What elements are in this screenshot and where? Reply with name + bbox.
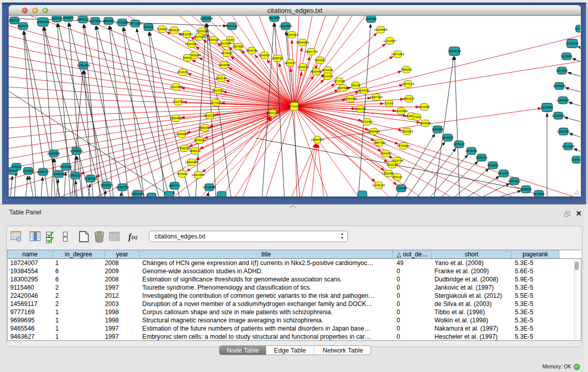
svg-text:391547: 391547 [9,169,17,172]
svg-text:1527602: 1527602 [90,19,101,23]
svg-text:1610755: 1610755 [172,100,184,103]
svg-text:1167534: 1167534 [571,158,580,161]
svg-text:10688609: 10688609 [367,130,380,133]
svg-text:17016504: 17016504 [561,145,574,148]
svg-text:1065532: 1065532 [51,17,62,20]
svg-text:10719155: 10719155 [116,21,128,24]
svg-text:15226058: 15226058 [195,30,208,33]
svg-text:10973403: 10973403 [391,53,404,56]
svg-text:16543392: 16543392 [185,42,198,46]
svg-text:13716485: 13716485 [203,186,215,189]
svg-text:7584: 7584 [414,116,421,119]
svg-text:16154808: 16154808 [374,28,387,31]
svg-text:13325419: 13325419 [285,33,298,36]
svg-text:14136141: 14136141 [372,184,385,187]
svg-text:3624554: 3624554 [358,89,369,92]
svg-text:18724007: 18724007 [288,105,300,108]
svg-text:15720407: 15720407 [360,120,373,123]
svg-text:10958117: 10958117 [100,184,113,187]
svg-text:12444159: 12444159 [556,99,569,102]
svg-text:13524851: 13524851 [382,172,395,175]
svg-text:8938923: 8938923 [442,136,453,139]
svg-text:12975115: 12975115 [402,82,415,85]
svg-text:8267130: 8267130 [204,114,215,117]
svg-text:6794028: 6794028 [322,69,333,72]
svg-text:1640954: 1640954 [432,128,443,131]
svg-text:19218506: 19218506 [279,25,292,28]
svg-text:4498222: 4498222 [189,149,201,152]
svg-text:12093872: 12093872 [553,84,565,87]
svg-text:10807487: 10807487 [369,96,382,99]
svg-text:16033809: 16033809 [200,17,212,20]
svg-text:9827500: 9827500 [193,35,205,38]
svg-text:19654985: 19654985 [169,117,182,120]
svg-text:8878334: 8878334 [194,139,205,142]
svg-text:9084067: 9084067 [380,152,391,155]
svg-text:7485003: 7485003 [401,68,412,71]
svg-text:(x): (x) [132,234,138,240]
svg-text:17359938: 17359938 [70,149,82,152]
svg-text:23302273: 23302273 [266,112,279,115]
svg-text:29975887: 29975887 [59,165,72,168]
svg-text:1115682: 1115682 [23,169,33,172]
svg-text:8215958: 8215958 [541,106,553,109]
svg-text:7625402: 7625402 [177,172,188,176]
svg-text:62160: 62160 [385,102,393,105]
svg-text:1733426: 1733426 [396,187,407,190]
svg-text:12213967: 12213967 [383,39,396,42]
svg-text:10025438: 10025438 [395,110,407,113]
svg-text:8454749: 8454749 [246,49,257,52]
svg-text:9146821: 9146821 [259,54,270,57]
svg-text:19166825: 19166825 [175,133,188,136]
svg-text:7955812: 7955812 [314,59,325,62]
svg-text:12505135: 12505135 [69,174,81,177]
svg-text:16671355: 16671355 [128,22,141,25]
svg-text:9657771: 9657771 [169,184,180,187]
svg-text:7632621: 7632621 [487,164,498,167]
svg-text:751552: 751552 [144,26,154,29]
svg-text:9405571: 9405571 [17,25,29,28]
svg-text:9242848: 9242848 [219,63,230,67]
svg-text:16548754: 16548754 [448,50,461,53]
svg-text:8912954: 8912954 [181,33,192,36]
svg-text:252214: 252214 [393,176,402,179]
svg-text:1588520: 1588520 [272,57,283,60]
svg-text:2718176: 2718176 [177,71,188,74]
svg-text:8813054: 8813054 [269,16,280,19]
svg-text:10654112: 10654112 [508,180,521,183]
svg-text:2933114: 2933114 [476,156,487,159]
svg-text:17957225: 17957225 [84,177,97,180]
svg-text:2367608: 2367608 [232,45,244,48]
svg-text:20206556: 20206556 [47,152,60,155]
svg-text:7486372: 7486372 [355,107,366,111]
svg-text:746266: 746266 [351,84,361,87]
svg-text:6879197: 6879197 [453,143,465,146]
svg-text:9115460: 9115460 [419,105,430,108]
svg-text:14353594: 14353594 [198,126,211,129]
svg-text:20053346: 20053346 [77,64,90,67]
svg-text:7357224: 7357224 [226,25,237,28]
svg-text:1145194: 1145194 [53,172,64,176]
svg-text:6466160: 6466160 [103,19,114,23]
svg-text:19756928: 19756928 [397,144,409,147]
svg-text:10653267: 10653267 [76,18,89,21]
svg-text:20691406: 20691406 [36,20,49,24]
svg-text:2087682: 2087682 [365,17,377,20]
svg-text:12923448: 12923448 [130,192,143,195]
svg-text:21364436: 21364436 [344,97,357,100]
svg-text:8960125: 8960125 [168,29,180,32]
svg-text:9327508: 9327508 [220,42,231,45]
svg-text:1065533: 1065533 [62,16,74,19]
svg-text:12942757: 12942757 [36,170,49,173]
svg-text:14099489: 14099489 [185,161,198,164]
svg-text:6497568: 6497568 [337,86,349,90]
svg-text:9463627: 9463627 [403,97,415,100]
svg-text:8186328: 8186328 [208,38,219,41]
svg-text:16782759: 16782759 [116,186,128,189]
svg-text:16640910: 16640910 [296,41,309,44]
svg-text:2603144: 2603144 [215,77,227,80]
svg-text:9227342: 9227342 [556,69,568,72]
svg-text:2055724: 2055724 [9,19,20,22]
svg-text:9777169: 9777169 [334,80,345,83]
svg-text:19384554: 19384554 [311,138,323,141]
